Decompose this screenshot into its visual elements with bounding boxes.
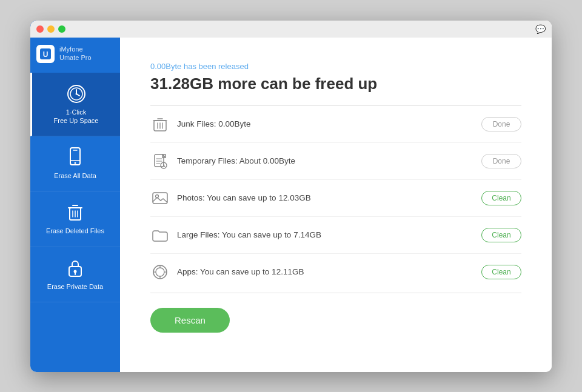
traffic-lights bbox=[36, 25, 65, 33]
svg-text:U: U bbox=[43, 50, 48, 59]
sidebar-item-erase-all-label: Erase All Data bbox=[54, 171, 96, 180]
main-inner: 0.00Byte has been released 31.28GB more … bbox=[120, 38, 552, 372]
maximize-button[interactable] bbox=[58, 25, 65, 33]
freed-up-title: 31.28GB more can be freed up bbox=[150, 75, 521, 93]
brand-name: iMyfone bbox=[59, 45, 92, 53]
apps-label: Apps: You can save up to 12.11GB bbox=[177, 267, 481, 276]
apps-icon bbox=[150, 262, 170, 282]
temp-done-button[interactable]: Done bbox=[481, 154, 521, 168]
photos-label: Photos: You can save up to 12.03GB bbox=[177, 193, 481, 202]
app-window: 💬 U iMyfone Umate Pro bbox=[30, 21, 552, 372]
junk-done-button[interactable]: Done bbox=[481, 117, 521, 131]
junk-label: Junk Files: 0.00Byte bbox=[177, 119, 481, 128]
svg-rect-34 bbox=[153, 193, 167, 204]
rescan-area: Rescan bbox=[150, 308, 521, 333]
sidebar-item-erase-deleted-label: Erase Deleted Files bbox=[46, 227, 104, 235]
photos-clean-button[interactable]: Clean bbox=[481, 191, 521, 205]
bottom-divider bbox=[150, 293, 521, 293]
list-item-temp: Temporary Files: About 0.00Byte Done bbox=[150, 143, 521, 180]
large-files-label: Large Files: You can save up to 7.14GB bbox=[177, 230, 481, 239]
svg-point-37 bbox=[156, 268, 164, 276]
phone-icon bbox=[66, 147, 84, 168]
list-item-apps: Apps: You can save up to 12.11GB Clean bbox=[150, 254, 521, 290]
minimize-button[interactable] bbox=[47, 25, 55, 33]
brand-text: iMyfone Umate Pro bbox=[59, 45, 92, 61]
temp-label: Temporary Files: About 0.00Byte bbox=[177, 156, 481, 165]
sidebar-item-one-click[interactable]: 1-ClickFree Up Space bbox=[30, 73, 120, 137]
sidebar-nav: 1-ClickFree Up Space Erase All Data bbox=[30, 73, 120, 302]
released-text: 0.00Byte has been released bbox=[150, 62, 521, 71]
photos-icon bbox=[150, 188, 170, 208]
titlebar: 💬 bbox=[30, 21, 552, 38]
sidebar-item-erase-deleted[interactable]: Erase Deleted Files bbox=[30, 191, 120, 247]
trash-icon bbox=[66, 202, 84, 223]
sidebar-item-erase-private-label: Erase Private Data bbox=[47, 282, 103, 291]
brand-icon: U bbox=[36, 45, 55, 63]
rescan-button[interactable]: Rescan bbox=[150, 308, 230, 333]
svg-point-6 bbox=[75, 93, 77, 95]
brand: U iMyfone Umate Pro bbox=[30, 38, 120, 73]
large-files-clean-button[interactable]: Clean bbox=[481, 228, 521, 242]
list-item-junk: Junk Files: 0.00Byte Done bbox=[150, 106, 521, 143]
list-item-large-files: Large Files: You can save up to 7.14GB C… bbox=[150, 217, 521, 254]
sidebar: U iMyfone Umate Pro bbox=[30, 21, 120, 372]
junk-icon bbox=[150, 115, 170, 134]
sidebar-item-one-click-label: 1-ClickFree Up Space bbox=[54, 108, 99, 125]
main-content: 0.00Byte has been released 31.28GB more … bbox=[120, 21, 552, 372]
apps-clean-button[interactable]: Clean bbox=[481, 265, 521, 279]
close-button[interactable] bbox=[36, 25, 44, 33]
items-list: Junk Files: 0.00Byte Done bbox=[150, 106, 521, 290]
brand-product: Umate Pro bbox=[59, 54, 92, 62]
sidebar-item-erase-private[interactable]: Erase Private Data bbox=[30, 247, 120, 302]
svg-point-9 bbox=[75, 162, 76, 164]
temp-icon bbox=[150, 151, 170, 171]
list-item-photos: Photos: You can save up to 12.03GB Clean bbox=[150, 180, 521, 217]
feedback-icon[interactable]: 💬 bbox=[535, 24, 546, 34]
lock-icon bbox=[67, 258, 84, 279]
clock-icon bbox=[66, 84, 87, 104]
sidebar-item-erase-all[interactable]: Erase All Data bbox=[30, 136, 120, 191]
folder-icon bbox=[150, 225, 170, 245]
